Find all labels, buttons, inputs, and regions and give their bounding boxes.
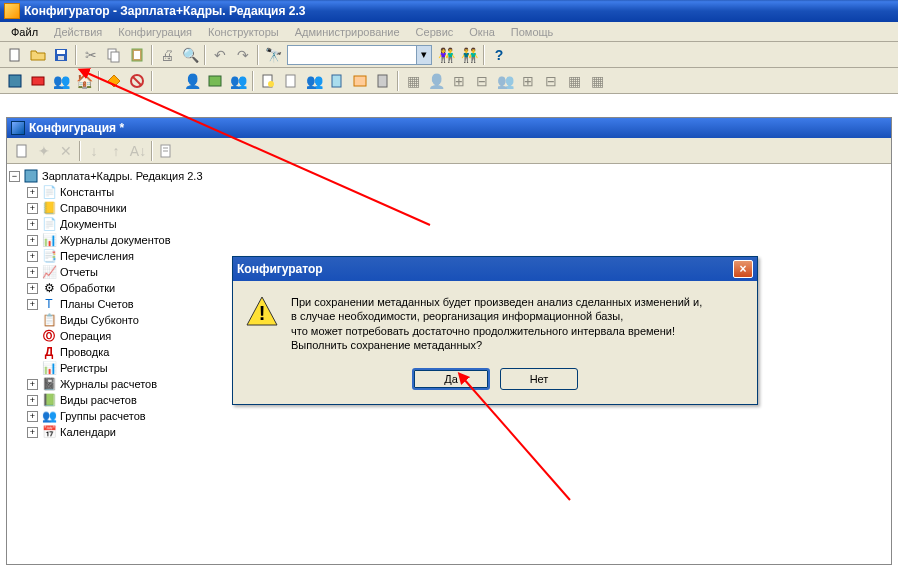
- save-button[interactable]: [50, 44, 72, 66]
- doc-journals-icon: 📊: [41, 232, 57, 248]
- tb2-9[interactable]: 👥: [227, 70, 249, 92]
- ct-2: ✦: [33, 140, 55, 162]
- separator: [151, 71, 153, 91]
- separator: [397, 71, 399, 91]
- find-prev-button[interactable]: 👬: [458, 44, 480, 66]
- menu-constructors[interactable]: Конструкторы: [201, 24, 286, 40]
- preview-button[interactable]: 🔍: [179, 44, 201, 66]
- tree-item[interactable]: +📅Календари: [9, 424, 891, 440]
- svg-rect-15: [286, 75, 295, 87]
- tb2-11[interactable]: [280, 70, 302, 92]
- dialog-close-button[interactable]: ×: [733, 260, 753, 278]
- svg-rect-2: [57, 50, 65, 54]
- expand-icon[interactable]: +: [27, 267, 38, 278]
- expand-icon[interactable]: +: [27, 235, 38, 246]
- expand-icon[interactable]: +: [27, 283, 38, 294]
- help-button[interactable]: ?: [488, 44, 510, 66]
- tb2-14[interactable]: [349, 70, 371, 92]
- tree-item[interactable]: +👥Группы расчетов: [9, 408, 891, 424]
- paste-button[interactable]: [126, 44, 148, 66]
- constants-icon: 📄: [41, 184, 57, 200]
- expand-icon[interactable]: +: [27, 203, 38, 214]
- copy-button[interactable]: [103, 44, 125, 66]
- expand-icon[interactable]: +: [27, 411, 38, 422]
- cut-button[interactable]: ✂: [80, 44, 102, 66]
- tb2-d5: 👥: [494, 70, 516, 92]
- ct-down: ↓: [83, 140, 105, 162]
- new-button[interactable]: [4, 44, 26, 66]
- redo-button[interactable]: ↷: [232, 44, 254, 66]
- reports-icon: 📈: [41, 264, 57, 280]
- tb2-1[interactable]: [4, 70, 26, 92]
- enums-icon: 📑: [41, 248, 57, 264]
- tb2-d4: ⊟: [471, 70, 493, 92]
- config-icon: [11, 121, 25, 135]
- catalogs-icon: 📒: [41, 200, 57, 216]
- print-button[interactable]: 🖨: [156, 44, 178, 66]
- expand-icon[interactable]: +: [27, 219, 38, 230]
- separator: [79, 141, 81, 161]
- dialog-title: Конфигуратор: [237, 262, 323, 276]
- menu-actions[interactable]: Действия: [47, 24, 109, 40]
- tb2-6[interactable]: [126, 70, 148, 92]
- separator: [98, 71, 100, 91]
- tb2-2[interactable]: [27, 70, 49, 92]
- config-title: Конфигурация *: [29, 121, 124, 135]
- app-icon: [4, 3, 20, 19]
- tb2-d9: ▦: [586, 70, 608, 92]
- tb2-d3: ⊞: [448, 70, 470, 92]
- expand-icon[interactable]: +: [27, 427, 38, 438]
- tb2-4[interactable]: 🏠: [73, 70, 95, 92]
- main-titlebar: Конфигуратор - Зарплата+Кадры. Редакция …: [0, 0, 898, 22]
- menu-admin[interactable]: Администрирование: [288, 24, 407, 40]
- tree-item[interactable]: +📊Журналы документов: [9, 232, 891, 248]
- expand-icon[interactable]: +: [27, 251, 38, 262]
- tree-root[interactable]: − Зарплата+Кадры. Редакция 2.3: [9, 168, 891, 184]
- dialog-titlebar[interactable]: Конфигуратор ×: [233, 257, 757, 281]
- expand-icon[interactable]: +: [27, 395, 38, 406]
- menu-bar: Файл Действия Конфигурация Конструкторы …: [0, 22, 898, 42]
- tree-item[interactable]: +📄Константы: [9, 184, 891, 200]
- yes-button[interactable]: Да: [412, 368, 490, 390]
- svg-rect-5: [111, 52, 119, 62]
- tree-item[interactable]: +📄Документы: [9, 216, 891, 232]
- svg-rect-23: [25, 170, 37, 182]
- tb2-12[interactable]: 👥: [303, 70, 325, 92]
- tb2-13[interactable]: [326, 70, 348, 92]
- chevron-down-icon[interactable]: ▾: [416, 46, 431, 64]
- ct-3: ✕: [55, 140, 77, 162]
- separator: [204, 45, 206, 65]
- undo-button[interactable]: ↶: [209, 44, 231, 66]
- separator: [257, 45, 259, 65]
- find-button[interactable]: 🔭: [262, 44, 284, 66]
- expand-icon[interactable]: +: [27, 187, 38, 198]
- menu-windows[interactable]: Окна: [462, 24, 502, 40]
- no-button[interactable]: Нет: [500, 368, 578, 390]
- tb2-5[interactable]: [103, 70, 125, 92]
- menu-file[interactable]: Файл: [4, 24, 45, 40]
- menu-service[interactable]: Сервис: [409, 24, 461, 40]
- tb2-7[interactable]: 👤: [181, 70, 203, 92]
- tb2-15[interactable]: [372, 70, 394, 92]
- menu-help[interactable]: Помощь: [504, 24, 561, 40]
- tree-item[interactable]: +📒Справочники: [9, 200, 891, 216]
- separator: [252, 71, 254, 91]
- confirm-dialog: Конфигуратор × ! При сохранении метаданн…: [232, 256, 758, 405]
- tb2-d1: ▦: [402, 70, 424, 92]
- svg-rect-8: [9, 75, 21, 87]
- find-next-button[interactable]: 👫: [435, 44, 457, 66]
- collapse-icon[interactable]: −: [9, 171, 20, 182]
- expand-icon[interactable]: +: [27, 299, 38, 310]
- tb2-10[interactable]: [257, 70, 279, 92]
- ct-1[interactable]: [11, 140, 33, 162]
- dialog-text: При сохранении метаданных будет произвед…: [291, 295, 702, 352]
- tb2-3[interactable]: 👥: [50, 70, 72, 92]
- ct-desc[interactable]: [155, 140, 177, 162]
- menu-config[interactable]: Конфигурация: [111, 24, 199, 40]
- tb2-8[interactable]: [204, 70, 226, 92]
- config-titlebar[interactable]: Конфигурация *: [7, 118, 891, 138]
- search-combo[interactable]: ▾: [287, 45, 432, 65]
- expand-icon[interactable]: +: [27, 379, 38, 390]
- open-button[interactable]: [27, 44, 49, 66]
- tb2-d2: 👤: [425, 70, 447, 92]
